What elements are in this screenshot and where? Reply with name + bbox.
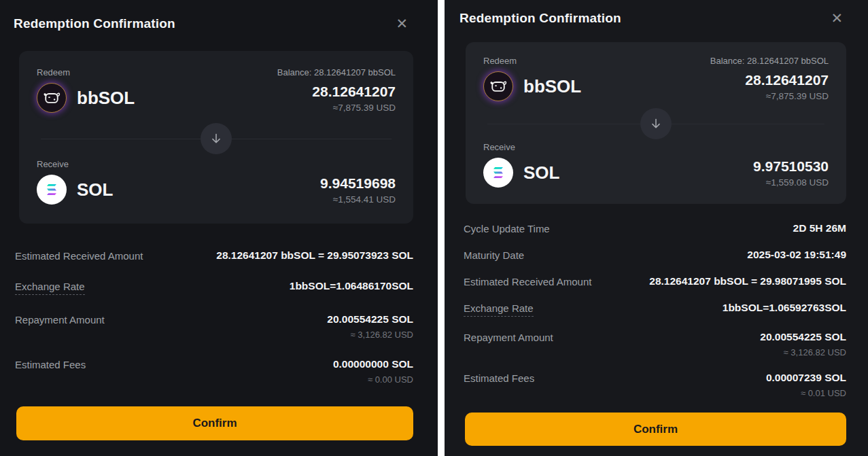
row-value-usd: ≈ 3,126.82 USD xyxy=(784,347,846,357)
redeem-token-name: bbSOL xyxy=(523,76,581,97)
row-value-usd: ≈ 3,126.82 USD xyxy=(351,330,413,340)
modal-title: Redemption Confirmation xyxy=(14,16,175,31)
detail-row-repayment: Repayment Amount 20.00554225 SOL ≈ 3,126… xyxy=(15,313,413,340)
detail-row-maturity-date: Maturity Date 2025-03-02 19:51:49 xyxy=(464,249,846,261)
details-list: Cycle Update Time 2D 5H 26M Maturity Dat… xyxy=(464,222,846,413)
row-value: 0.00000000 SOL xyxy=(333,358,413,370)
detail-row-exchange-rate: Exchange Rate 1bbSOL=1.06592763SOL xyxy=(464,302,846,317)
confirm-button[interactable]: Confirm xyxy=(465,413,846,446)
close-icon[interactable]: ✕ xyxy=(396,16,408,31)
modal-header: Redemption Confirmation ✕ xyxy=(0,0,438,31)
row-value: 2025-03-02 19:51:49 xyxy=(747,249,846,261)
row-value: 0.00007239 SOL xyxy=(766,372,846,384)
row-label: Maturity Date xyxy=(464,249,524,261)
row-label: Estimated Received Amount xyxy=(15,249,143,262)
detail-row-cycle-update: Cycle Update Time 2D 5H 26M xyxy=(464,222,846,234)
details-list: Estimated Received Amount 28.12641207 bb… xyxy=(15,249,413,403)
detail-row-repayment: Repayment Amount 20.00554225 SOL ≈ 3,126… xyxy=(464,331,846,357)
receive-label: Receive xyxy=(37,159,69,169)
receive-amount: 9.97510530 xyxy=(753,158,829,175)
detail-row-estimated-received: Estimated Received Amount 28.12641207 bb… xyxy=(15,249,413,262)
exchange-rate-label[interactable]: Exchange Rate xyxy=(464,302,534,317)
redeem-amount-usd: ≈7,875.39 USD xyxy=(766,91,829,101)
redeem-amount: 28.12641207 xyxy=(312,84,396,100)
receive-amount-usd: ≈1,559.08 USD xyxy=(766,177,829,188)
arrow-down-icon xyxy=(640,108,672,139)
arrow-down-icon xyxy=(201,123,232,154)
redeem-label: Redeem xyxy=(37,67,70,77)
row-label: Repayment Amount xyxy=(15,313,105,326)
swap-direction-divider xyxy=(483,108,829,139)
redeem-amount-usd: ≈7,875.39 USD xyxy=(333,103,396,113)
swap-summary-card: Redeem Balance: 28.12641207 bbSOL bbSOL … xyxy=(466,42,846,204)
row-label: Estimated Fees xyxy=(15,358,86,370)
redeem-label: Redeem xyxy=(483,56,517,66)
solana-token-icon xyxy=(37,175,67,205)
detail-row-estimated-received: Estimated Received Amount 28.12641207 bb… xyxy=(464,275,846,287)
row-value: 2D 5H 26M xyxy=(793,222,846,234)
row-value-usd: ≈ 0.00 USD xyxy=(368,374,413,385)
row-label: Estimated Received Amount xyxy=(464,275,591,287)
detail-row-fees: Estimated Fees 0.00000000 SOL ≈ 0.00 USD xyxy=(15,358,413,385)
redemption-confirmation-modal-right: Redemption Confirmation ✕ Redeem Balance… xyxy=(445,0,868,456)
receive-token-name: SOL xyxy=(523,162,559,183)
row-label: Cycle Update Time xyxy=(464,222,550,234)
redemption-confirmation-modal-left: Redemption Confirmation ✕ Redeem Balance… xyxy=(0,0,438,456)
receive-token-row: SOL 9.97510530 ≈1,559.08 USD xyxy=(483,158,829,188)
swap-summary-card: Redeem Balance: 28.12641207 bbSOL bbSOL … xyxy=(19,51,413,224)
modal-header: Redemption Confirmation ✕ xyxy=(445,0,868,26)
row-value: 1bbSOL=1.06486170SOL xyxy=(290,280,413,292)
detail-row-exchange-rate: Exchange Rate 1bbSOL=1.06486170SOL xyxy=(15,280,413,295)
balance-label: Balance: 28.12641207 bbSOL xyxy=(710,56,829,66)
receive-token-name: SOL xyxy=(77,179,113,200)
receive-label: Receive xyxy=(483,142,515,152)
row-value: 28.12641207 bbSOL = 29.95073923 SOL xyxy=(216,249,413,262)
bbsol-token-icon xyxy=(37,83,67,113)
row-value: 28.12641207 bbSOL = 29.98071995 SOL xyxy=(649,275,846,287)
solana-token-icon xyxy=(483,158,513,188)
receive-amount-usd: ≈1,554.41 USD xyxy=(333,194,396,205)
redeem-amount: 28.12641207 xyxy=(745,72,829,88)
balance-label: Balance: 28.12641207 bbSOL xyxy=(277,67,396,77)
detail-row-fees: Estimated Fees 0.00007239 SOL ≈ 0.01 USD xyxy=(464,372,846,398)
row-label: Estimated Fees xyxy=(464,372,534,384)
row-value: 20.00554225 SOL xyxy=(327,313,413,326)
confirm-button[interactable]: Confirm xyxy=(16,406,413,440)
row-value: 1bbSOL=1.06592763SOL xyxy=(723,302,846,314)
redeem-token-name: bbSOL xyxy=(77,88,135,109)
exchange-rate-label[interactable]: Exchange Rate xyxy=(15,280,85,295)
redeem-token-row: bbSOL 28.12641207 ≈7,875.39 USD xyxy=(37,83,396,113)
redeem-token-row: bbSOL 28.12641207 ≈7,875.39 USD xyxy=(483,71,829,101)
receive-token-row: SOL 9.94519698 ≈1,554.41 USD xyxy=(37,175,396,205)
swap-direction-divider xyxy=(37,123,396,154)
row-value: 20.00554225 SOL xyxy=(760,331,846,343)
close-icon[interactable]: ✕ xyxy=(831,11,843,25)
receive-amount: 9.94519698 xyxy=(320,175,396,192)
row-value-usd: ≈ 0.01 USD xyxy=(801,388,846,398)
row-label: Repayment Amount xyxy=(464,331,553,343)
bbsol-token-icon xyxy=(483,71,513,101)
modal-title: Redemption Confirmation xyxy=(459,11,621,26)
